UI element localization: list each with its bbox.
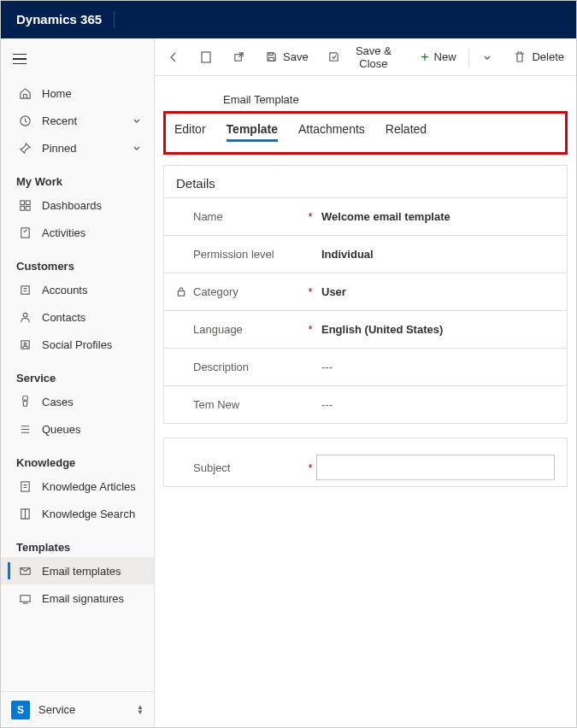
sidebar-item-label: Knowledge Articles <box>42 480 144 493</box>
sidebar-item-label: Accounts <box>42 284 144 296</box>
sidebar-item-label: Activities <box>42 226 144 239</box>
row-permission[interactable]: Permission level Individual <box>164 235 567 273</box>
required-indicator: * <box>304 285 316 298</box>
chevron-down-icon <box>130 114 144 127</box>
field-label: Category <box>193 285 238 298</box>
sidebar-item-label: Knowledge Search <box>42 508 144 520</box>
popout-icon <box>232 50 245 64</box>
sidebar-item-label: Queues <box>42 423 144 436</box>
back-button[interactable] <box>158 40 189 74</box>
back-icon <box>167 50 180 64</box>
tabs: Editor Template Attachments Related <box>166 122 565 142</box>
sidebar-item-recent[interactable]: Recent <box>1 107 154 134</box>
row-temnew[interactable]: Tem New --- <box>164 385 567 423</box>
sidebar-item-email-signatures[interactable]: Email signatures <box>1 584 154 612</box>
subject-section: Subject * <box>163 437 568 487</box>
cmd-label: Save & Close <box>345 44 403 70</box>
svg-rect-5 <box>21 227 28 237</box>
app-badge: S <box>11 701 30 719</box>
required-indicator: * <box>304 210 316 223</box>
ka-icon <box>18 479 32 493</box>
save-close-button[interactable]: Save & Close <box>319 40 411 74</box>
svg-rect-1 <box>20 200 24 204</box>
row-category[interactable]: Category * User <box>164 273 567 310</box>
field-label: Name <box>193 210 223 223</box>
sidebar-item-cases[interactable]: Cases <box>1 388 154 415</box>
cmd-label: Delete <box>532 50 564 63</box>
sidebar-item-label: Pinned <box>42 142 120 155</box>
open-new-button[interactable] <box>223 40 254 74</box>
row-subject[interactable]: Subject * <box>164 449 567 486</box>
chevron-down-icon <box>130 141 144 155</box>
field-label: Description <box>193 361 249 373</box>
sidebar-item-email-templates[interactable]: Email templates <box>1 557 154 584</box>
app-title: Dynamics 365 <box>16 11 115 28</box>
tab-template[interactable]: Template <box>227 122 278 142</box>
clock-icon <box>18 114 32 127</box>
sidebar-item-contacts[interactable]: Contacts <box>1 303 154 331</box>
hamburger-button[interactable] <box>6 45 33 73</box>
field-value: --- <box>316 361 555 373</box>
tab-related[interactable]: Related <box>386 122 427 142</box>
svg-point-9 <box>24 343 26 345</box>
subject-input[interactable] <box>316 455 555 480</box>
activities-icon <box>18 226 32 239</box>
save-icon <box>264 50 278 64</box>
svg-point-10 <box>24 399 26 401</box>
svg-rect-6 <box>21 285 28 293</box>
sidebar-item-label: Email signatures <box>42 592 144 605</box>
field-value: English (United States) <box>316 323 555 336</box>
section-knowledge: Knowledge <box>1 443 154 473</box>
contacts-icon <box>18 310 32 324</box>
save-close-icon <box>327 50 340 64</box>
show-as-button[interactable] <box>191 40 221 74</box>
section-service: Service <box>1 358 154 388</box>
save-button[interactable]: Save <box>256 40 317 74</box>
separator <box>468 48 469 67</box>
lock-icon <box>176 286 188 297</box>
sidebar: Home Recent Pinned My Work <box>1 38 155 727</box>
svg-rect-16 <box>268 53 273 56</box>
sidebar-item-accounts[interactable]: Accounts <box>1 276 154 303</box>
sidebar-item-home[interactable]: Home <box>1 79 154 107</box>
field-value: Welcome email template <box>316 210 555 223</box>
entity-type-label: Email Template <box>155 93 576 106</box>
row-name[interactable]: Name * Welcome email template <box>164 197 567 235</box>
cmd-label: New <box>434 50 456 63</box>
section-mywork: My Work <box>1 161 154 191</box>
row-description[interactable]: Description --- <box>164 348 567 385</box>
pin-icon <box>18 141 32 155</box>
new-button[interactable]: + New <box>412 40 464 74</box>
section-title: Details <box>164 176 567 197</box>
sidebar-item-knowledge-search[interactable]: Knowledge Search <box>1 500 154 527</box>
sidebar-item-pinned[interactable]: Pinned <box>1 134 154 161</box>
tab-editor[interactable]: Editor <box>174 122 206 142</box>
details-section: Details Name * Welcome email template Pe… <box>163 165 568 424</box>
svg-rect-3 <box>20 206 24 210</box>
field-value: User <box>316 285 555 298</box>
sidebar-item-queues[interactable]: Queues <box>1 415 154 443</box>
accounts-icon <box>18 283 32 296</box>
cmd-label: Save <box>283 50 309 63</box>
sidebar-item-social[interactable]: Social Profiles <box>1 331 154 358</box>
sidebar-item-label: Social Profiles <box>42 338 144 351</box>
cases-icon <box>18 395 32 408</box>
sidebar-item-knowledge-articles[interactable]: Knowledge Articles <box>1 473 154 500</box>
row-language[interactable]: Language * English (United States) <box>164 310 567 348</box>
updown-icon: ▲▼ <box>137 705 144 715</box>
tab-attachments[interactable]: Attachments <box>298 122 365 142</box>
delete-button[interactable]: Delete <box>504 40 573 74</box>
queues-icon <box>18 422 32 436</box>
field-label: Language <box>193 323 243 336</box>
sidebar-item-dashboards[interactable]: Dashboards <box>1 191 154 219</box>
form-area: Email Template Editor Template Attachmen… <box>155 76 576 727</box>
content: Save Save & Close + New <box>155 38 576 727</box>
sidebar-item-activities[interactable]: Activities <box>1 219 154 246</box>
email-tpl-icon <box>18 564 32 578</box>
field-value: Individual <box>316 248 555 261</box>
sidebar-item-label: Contacts <box>42 311 144 324</box>
sidebar-item-label: Home <box>42 87 144 100</box>
command-bar: Save Save & Close + New <box>155 38 576 76</box>
app-picker[interactable]: S Service ▲▼ <box>1 691 154 727</box>
new-dropdown-button[interactable] <box>472 40 503 74</box>
